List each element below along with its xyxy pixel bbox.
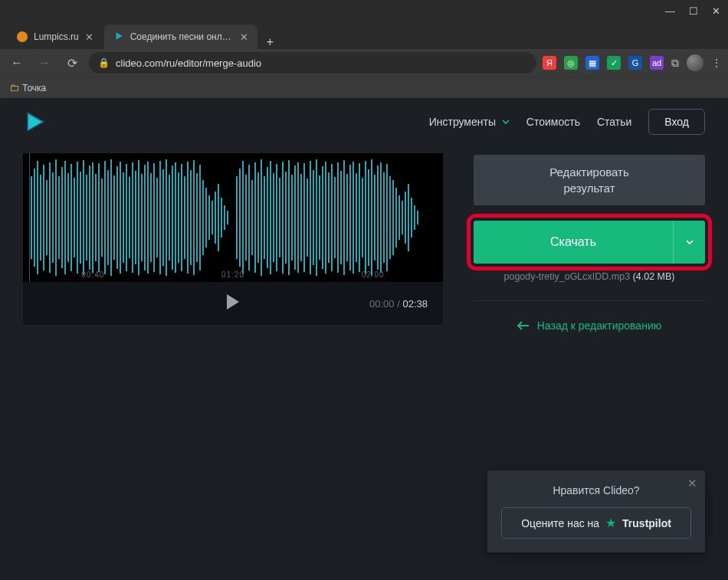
svg-rect-38	[138, 160, 139, 275]
svg-rect-81	[276, 164, 277, 271]
nav-back-icon[interactable]: ←	[6, 56, 28, 70]
svg-rect-36	[132, 162, 133, 273]
extension-icon[interactable]: G	[628, 56, 642, 70]
svg-rect-93	[313, 170, 314, 265]
file-info: pogody-tretiy_oGLcxIDD.mp3 (4.02 MB)	[474, 271, 705, 282]
extension-icon[interactable]: ✓	[607, 56, 621, 70]
svg-rect-125	[411, 198, 412, 238]
svg-rect-23	[92, 162, 93, 273]
reading-list-icon[interactable]: ⧉	[671, 57, 679, 70]
svg-rect-118	[389, 176, 391, 259]
trustpilot-brand: Trustpilot	[622, 517, 671, 529]
profile-avatar[interactable]	[687, 54, 703, 71]
nav-tools[interactable]: Инструменты	[429, 116, 510, 128]
svg-rect-75	[257, 172, 259, 263]
nav-articles[interactable]: Статьи	[597, 116, 631, 128]
svg-rect-60	[205, 188, 207, 247]
nav-reload-icon[interactable]: ⟳	[61, 56, 83, 70]
address-bar[interactable]: 🔒 clideo.com/ru/editor/merge-audio	[89, 52, 536, 74]
rate-trustpilot-button[interactable]: Оцените нас на ★ Trustpilot	[501, 507, 691, 539]
svg-rect-20	[83, 160, 84, 275]
svg-rect-9	[49, 162, 51, 273]
svg-rect-85	[288, 160, 290, 275]
tab-close-icon[interactable]: ✕	[240, 31, 248, 43]
svg-rect-115	[380, 162, 382, 273]
toast-cta-prefix: Оцените нас на	[521, 517, 599, 529]
svg-rect-71	[245, 175, 247, 261]
extension-icon[interactable]: ▦	[585, 56, 599, 70]
svg-rect-122	[402, 201, 403, 234]
player-panel: 00:40 01:20 02:00 00:00 / 02:38	[23, 153, 443, 332]
window-minimize[interactable]: —	[665, 5, 675, 17]
svg-rect-64	[218, 184, 219, 251]
nav-pricing[interactable]: Стоимость	[526, 116, 580, 128]
svg-rect-62	[212, 201, 213, 234]
svg-rect-4	[34, 169, 35, 267]
svg-rect-31	[116, 166, 118, 269]
svg-rect-3	[31, 176, 32, 259]
download-button[interactable]: Скачать	[474, 221, 705, 264]
svg-rect-17	[74, 178, 75, 257]
svg-rect-56	[193, 160, 195, 275]
extension-icon[interactable]: ad	[650, 56, 664, 70]
svg-rect-121	[398, 195, 400, 240]
svg-rect-66	[224, 205, 225, 230]
tab-close-icon[interactable]: ✕	[85, 31, 93, 43]
folder-icon: 🗀	[9, 82, 19, 93]
app-header: Инструменты Стоимость Статьи Вход	[9, 98, 719, 146]
svg-rect-10	[52, 172, 54, 263]
svg-rect-94	[316, 159, 317, 276]
svg-rect-61	[208, 195, 210, 240]
svg-rect-65	[221, 198, 222, 238]
page-content: Инструменты Стоимость Статьи Вход	[0, 98, 728, 580]
svg-rect-82	[279, 178, 280, 257]
svg-rect-19	[80, 172, 81, 264]
app-nav: Инструменты Стоимость Статьи Вход	[429, 109, 705, 135]
svg-rect-110	[365, 161, 366, 274]
svg-rect-39	[141, 174, 143, 261]
login-button[interactable]: Вход	[648, 109, 705, 135]
ruler-time: 02:00	[362, 270, 385, 279]
svg-rect-103	[343, 160, 345, 275]
svg-rect-8	[46, 180, 48, 255]
star-icon: ★	[605, 516, 616, 530]
url-text: clideo.com/ru/editor/merge-audio	[116, 57, 261, 69]
window-maximize[interactable]: ☐	[689, 5, 698, 17]
download-options-caret[interactable]	[673, 221, 705, 264]
edit-result-button[interactable]: Редактировать результат	[474, 155, 705, 205]
svg-rect-105	[349, 165, 351, 270]
svg-rect-73	[251, 180, 253, 255]
waveform-display[interactable]: 00:40 01:20 02:00	[23, 153, 443, 282]
browser-menu-icon[interactable]: ⋮	[711, 57, 722, 69]
trustpilot-toast: ✕ Нравится Clideo? Оцените нас на ★ Trus…	[487, 470, 705, 552]
svg-rect-74	[254, 162, 256, 273]
svg-rect-95	[319, 175, 320, 260]
clideo-logo[interactable]	[23, 110, 46, 133]
nav-forward-icon[interactable]: →	[34, 56, 55, 70]
extension-icon[interactable]: ◎	[564, 56, 578, 70]
svg-rect-101	[337, 162, 339, 273]
play-button[interactable]	[225, 293, 241, 313]
svg-rect-18	[77, 162, 78, 274]
browser-tab-lumpics[interactable]: Lumpics.ru ✕	[8, 25, 103, 49]
svg-rect-41	[147, 162, 149, 274]
bookmark-folder[interactable]: 🗀 Точка	[9, 82, 46, 93]
svg-rect-7	[43, 165, 44, 270]
back-to-editing-link[interactable]: Назад к редактированию	[474, 319, 705, 332]
lock-icon: 🔒	[98, 57, 110, 68]
svg-rect-33	[123, 172, 124, 263]
svg-rect-123	[405, 192, 406, 244]
svg-rect-104	[346, 174, 348, 261]
svg-marker-128	[227, 294, 239, 310]
svg-rect-114	[377, 165, 379, 270]
toast-close-button[interactable]: ✕	[687, 477, 697, 490]
svg-rect-46	[162, 169, 164, 266]
new-tab-button[interactable]: +	[259, 35, 281, 49]
browser-tab-clideo[interactable]: Соединить песни онлайн — С... ✕	[104, 25, 257, 49]
svg-rect-13	[61, 167, 63, 268]
svg-rect-124	[408, 184, 409, 251]
svg-rect-120	[395, 188, 397, 247]
extension-icon[interactable]: Я	[543, 56, 556, 70]
svg-rect-99	[331, 164, 333, 271]
window-close[interactable]: ✕	[712, 5, 720, 17]
